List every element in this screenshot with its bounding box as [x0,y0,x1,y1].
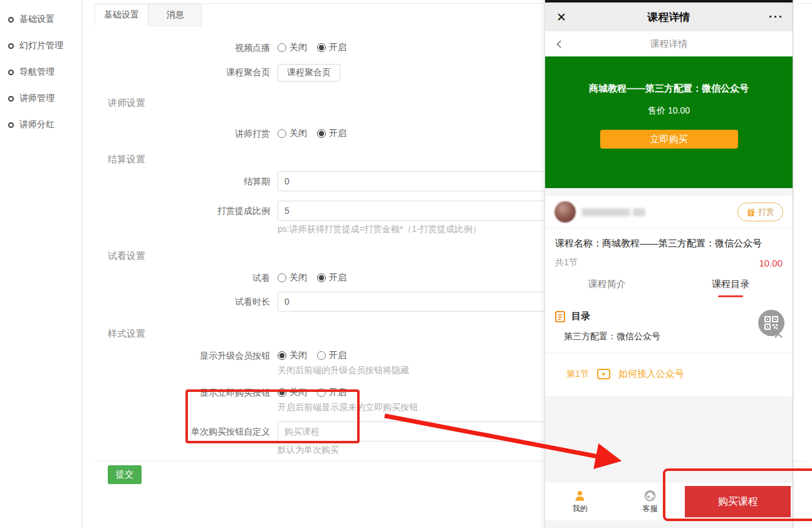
spacer [545,188,793,196]
course-meta: 共1节 10.00 [545,257,793,268]
sidebar-item-lecturers[interactable]: 讲师管理 [0,85,81,112]
radio-label: 关闭 [289,350,307,361]
radio-on-input[interactable] [317,43,326,52]
radio-option-on[interactable]: 开启 [317,387,346,398]
qr-code-icon[interactable] [758,310,784,336]
phone-footer [545,520,793,528]
radio-option-on[interactable]: 开启 [317,272,346,283]
radio-on-input[interactable] [317,351,326,360]
radio-option-on[interactable]: 开启 [317,42,346,53]
tabbar-service[interactable]: 客服 [615,489,685,514]
sidebar-item-navigation[interactable]: 导航管理 [0,59,81,85]
tab-message[interactable]: 消息 [148,4,202,26]
phone-preview: ✕ 课程详情 ··· 课程详情 商城教程——第三方配置：微信公众号 售价 10.… [544,0,793,528]
avatar [554,201,576,223]
sidebar-item-label: 导航管理 [19,66,55,78]
course-banner: 商城教程——第三方配置：微信公众号 售价 10.00 立即购买 [545,56,793,188]
qr-code-glyph [764,316,778,330]
radio-on-input[interactable] [317,273,326,282]
field-label: 显示升级会员按钮 [95,349,278,362]
navbar-title: 课程详情 [545,38,793,50]
circle-icon [8,43,14,49]
radio-option-off[interactable]: 关闭 [278,128,307,139]
radio-off-input[interactable] [278,129,286,138]
tab-course-intro[interactable]: 课程简介 [545,278,669,297]
radio-label: 开启 [329,128,346,139]
radio-option-on[interactable]: 开启 [317,350,346,361]
empty-area [545,396,793,482]
banner-price: 售价 10.00 [545,105,793,117]
radio-on-input[interactable] [317,388,326,397]
author-name-blurred [633,208,645,216]
chapter-title: 第三方配置：微信公众号 [564,331,660,342]
field-label: 试看 [95,272,278,284]
radio-off-input[interactable] [278,388,286,397]
author-card: 打赏 [545,196,793,229]
bottom-tabbar: 我的 客服 购买课程 [545,482,793,520]
radio-option-on[interactable]: 开启 [317,128,346,139]
buy-now-button[interactable]: 立即购买 [600,130,738,149]
banner-course-title: 商城教程——第三方配置：微信公众号 [545,56,793,95]
sidebar-item-slides[interactable]: 幻灯片管理 [0,33,81,59]
sidebar-item-label: 幻灯片管理 [19,40,63,51]
circle-icon [8,17,14,23]
radio-label: 关闭 [289,387,307,398]
radio-option-off[interactable]: 关闭 [278,42,307,53]
radio-label: 开启 [329,42,346,53]
buy-course-button[interactable]: 购买课程 [685,486,791,517]
radio-off-input[interactable] [278,351,286,360]
radio-option-off[interactable]: 关闭 [278,272,307,283]
sidebar-item-lecturer-dividend[interactable]: 讲师分红 [0,112,81,138]
radio-on-input[interactable] [317,129,326,138]
page-root: 基础设置 幻灯片管理 导航管理 讲师管理 讲师分红 基础设置 消息 视频点播 [0,0,812,528]
user-icon [573,489,586,502]
aggregation-page-button[interactable]: 课程聚合页 [278,64,340,82]
radio-label: 关闭 [289,128,307,139]
course-price: 10.00 [759,258,783,268]
sidebar-item-basic-settings[interactable]: 基础设置 [0,6,81,33]
circle-icon [8,96,14,102]
active-tab-underline [718,295,743,297]
field-label: 单次购买按钮自定义 [95,421,278,441]
field-label: 讲师打赏 [95,127,278,140]
field-label: 显示立即购买按钮 [95,386,278,399]
sidebar-item-label: 讲师分红 [19,119,55,130]
lesson-count: 共1节 [555,257,578,268]
gift-icon [746,208,756,217]
radio-label: 关闭 [289,272,307,283]
play-video-icon [597,369,610,379]
submit-button[interactable]: 提交 [108,465,142,484]
headset-icon [643,489,657,502]
tab-basic-settings[interactable]: 基础设置 [95,4,148,26]
reward-button[interactable]: 打赏 [737,203,783,221]
tabbar-mine[interactable]: 我的 [545,489,615,514]
field-label: 结算期 [95,171,278,191]
tab-label: 课程简介 [588,278,626,289]
circle-icon [8,70,14,75]
tabbar-label: 客服 [643,504,658,514]
titlebar-title: 课程详情 [545,10,793,24]
tab-label: 课程目录 [712,278,749,289]
tab-course-catalog[interactable]: 课程目录 [669,278,793,297]
radio-label: 开启 [329,350,346,361]
radio-off-input[interactable] [278,43,286,52]
radio-off-input[interactable] [278,273,286,282]
field-label: 视频点播 [95,41,278,54]
lesson-number: 第1节 [566,369,589,380]
tabbar-label: 我的 [573,504,588,514]
radio-label: 开启 [329,272,346,283]
lesson-item[interactable]: 第1节 如何接入公众号 [545,368,793,380]
lesson-title: 如何接入公众号 [618,368,684,380]
catalog-header-label: 目录 [571,310,590,322]
sidebar-item-label: 基础设置 [19,14,55,25]
catalog-header: 目录 [545,310,793,322]
page-navbar: 课程详情 [545,31,793,56]
course-tabs: 课程简介 课程目录 [545,278,793,297]
radio-option-off[interactable]: 关闭 [278,387,307,398]
chapter-row[interactable]: 第三方配置：微信公众号 [545,331,793,353]
field-label: 打赏提成比例 [95,201,278,221]
author-name-blurred [581,208,630,216]
radio-option-off[interactable]: 关闭 [278,350,307,361]
sidebar-item-label: 讲师管理 [19,93,55,104]
course-name: 课程名称：商城教程——第三方配置：微信公众号 [545,238,793,250]
